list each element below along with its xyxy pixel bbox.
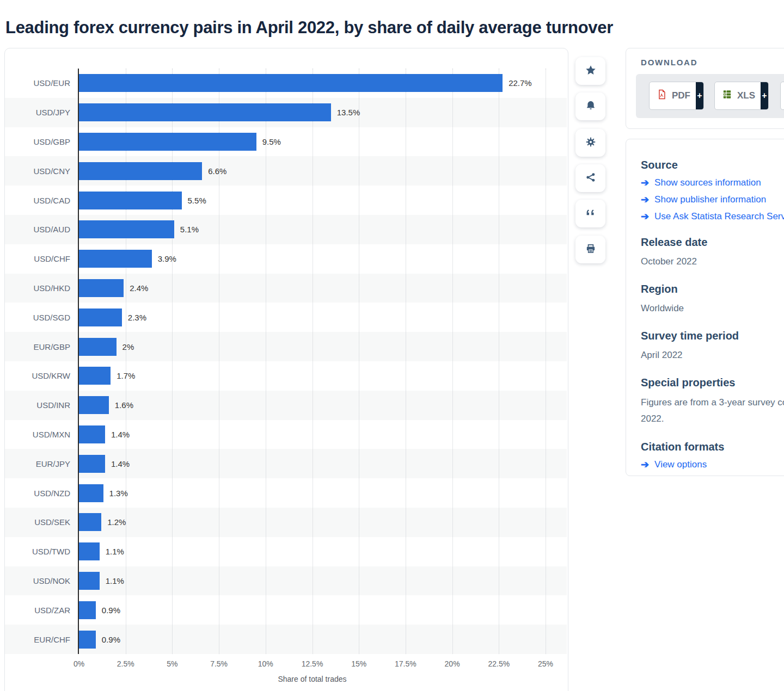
x-tick-label: 17.5% bbox=[395, 659, 416, 668]
settings-button[interactable] bbox=[575, 129, 605, 157]
category-label: USD/CAD bbox=[9, 186, 70, 215]
release-date-heading: Release date bbox=[641, 236, 784, 249]
bar-value-label: 22.7% bbox=[509, 69, 532, 98]
x-tick-label: 5% bbox=[167, 659, 177, 668]
bar-value-label: 1.3% bbox=[109, 478, 128, 508]
x-tick-label: 7.5% bbox=[210, 659, 228, 668]
bar[interactable] bbox=[79, 484, 103, 502]
show-publisher-link-label: Show publisher information bbox=[654, 194, 766, 205]
bar[interactable] bbox=[79, 425, 105, 443]
download-xls-label: XLS bbox=[737, 90, 755, 101]
show-sources-link[interactable]: ➔ Show sources information bbox=[641, 177, 784, 189]
special-properties-heading: Special properties bbox=[641, 377, 784, 389]
arrow-right-icon: ➔ bbox=[641, 211, 649, 223]
bar[interactable] bbox=[79, 601, 96, 619]
bar[interactable] bbox=[79, 162, 202, 180]
survey-time-period-value: April 2022 bbox=[641, 348, 784, 363]
ask-statista-link[interactable]: ➔ Use Ask Statista Research Service bbox=[641, 211, 784, 223]
bar[interactable] bbox=[79, 103, 331, 121]
gridline bbox=[359, 69, 359, 654]
category-label: USD/NZD bbox=[9, 478, 70, 508]
share-button[interactable] bbox=[575, 164, 605, 192]
x-tick-label: 12.5% bbox=[302, 659, 323, 668]
bar[interactable] bbox=[79, 396, 109, 414]
bar[interactable] bbox=[79, 250, 152, 268]
gridline bbox=[546, 69, 546, 654]
gridline bbox=[172, 69, 173, 654]
details-card: Source ➔ Show sources information ➔ Show… bbox=[626, 139, 784, 476]
bar[interactable] bbox=[79, 572, 100, 590]
category-label: USD/NOK bbox=[9, 566, 70, 596]
bar[interactable] bbox=[79, 279, 124, 297]
bar-value-label: 5.1% bbox=[180, 215, 199, 244]
page-title: Leading forex currency pairs in April 20… bbox=[5, 18, 784, 38]
bar[interactable] bbox=[79, 192, 182, 209]
gear-icon bbox=[585, 136, 597, 150]
bar[interactable] bbox=[79, 133, 256, 151]
category-label: EUR/GBP bbox=[9, 332, 70, 361]
alert-button[interactable] bbox=[575, 92, 605, 120]
bar-value-label: 5.5% bbox=[188, 186, 206, 215]
bar-value-label: 6.6% bbox=[208, 156, 226, 186]
download-card: DOWNLOAD PDF + bbox=[626, 48, 784, 129]
bar[interactable] bbox=[79, 542, 100, 560]
ask-statista-link-label: Use Ask Statista Research Service bbox=[654, 211, 784, 222]
bar-value-label: 1.6% bbox=[115, 391, 133, 420]
bar-value-label: 1.4% bbox=[111, 449, 130, 478]
download-heading: DOWNLOAD bbox=[641, 58, 697, 67]
arrow-right-icon: ➔ bbox=[641, 177, 649, 189]
view-options-link[interactable]: ➔ View options bbox=[641, 459, 784, 471]
bar-value-label: 2.4% bbox=[130, 274, 148, 303]
download-pdf-label: PDF bbox=[672, 90, 690, 101]
bar-value-label: 2.3% bbox=[128, 303, 146, 332]
quote-icon bbox=[585, 207, 597, 220]
show-sources-link-label: Show sources information bbox=[654, 177, 761, 188]
bar[interactable] bbox=[79, 220, 174, 238]
category-label: USD/AUD bbox=[9, 215, 70, 244]
bar-value-label: 0.9% bbox=[102, 625, 120, 654]
bar[interactable] bbox=[79, 309, 122, 326]
category-label: USD/HKD bbox=[9, 274, 70, 303]
bar-value-label: 1.4% bbox=[111, 420, 130, 449]
pdf-plus-segment[interactable]: + bbox=[696, 82, 703, 109]
print-button[interactable] bbox=[575, 236, 605, 263]
printer-icon bbox=[585, 243, 597, 256]
category-label: USD/INR bbox=[9, 391, 70, 420]
category-label: USD/GBP bbox=[9, 127, 70, 157]
bar-value-label: 1.1% bbox=[106, 537, 124, 566]
bar[interactable] bbox=[79, 513, 101, 531]
download-png-button[interactable]: PNG + bbox=[780, 82, 784, 110]
x-tick-label: 10% bbox=[258, 659, 273, 668]
citation-formats-heading: Citation formats bbox=[641, 441, 784, 453]
survey-time-period-heading: Survey time period bbox=[641, 330, 784, 342]
bar[interactable] bbox=[79, 631, 96, 649]
xls-plus-segment[interactable]: + bbox=[761, 82, 768, 109]
bar[interactable] bbox=[79, 74, 503, 92]
bar[interactable] bbox=[79, 455, 105, 473]
release-date-value: October 2022 bbox=[641, 254, 784, 269]
share-icon bbox=[585, 171, 597, 185]
bar-value-label: 1.1% bbox=[106, 566, 124, 596]
category-label: USD/KRW bbox=[9, 361, 70, 391]
bar-value-label: 9.5% bbox=[262, 127, 281, 157]
bar[interactable] bbox=[79, 338, 117, 356]
xls-file-icon bbox=[721, 89, 733, 103]
chart-card: USD/EUR22.7%USD/JPY13.5%USD/GBP9.5%USD/C… bbox=[4, 48, 568, 691]
bar[interactable] bbox=[79, 367, 111, 385]
category-label: USD/CNY bbox=[9, 156, 70, 186]
y-axis-line bbox=[78, 69, 79, 654]
special-properties-value: Figures are from a 3-year survey conduct… bbox=[641, 394, 784, 427]
category-label: USD/ZAR bbox=[9, 595, 70, 625]
download-pdf-button[interactable]: PDF + bbox=[649, 82, 704, 110]
category-label: USD/SEK bbox=[9, 508, 70, 537]
star-icon bbox=[585, 64, 597, 78]
show-publisher-link[interactable]: ➔ Show publisher information bbox=[641, 194, 784, 206]
gridline bbox=[266, 69, 266, 654]
category-label: EUR/CHF bbox=[9, 625, 70, 654]
download-xls-button[interactable]: XLS + bbox=[714, 82, 769, 110]
x-axis-title: Share of total trades bbox=[79, 675, 546, 683]
bar-value-label: 0.9% bbox=[102, 595, 120, 625]
favorite-button[interactable] bbox=[575, 57, 605, 85]
bar-value-label: 3.9% bbox=[158, 244, 176, 274]
cite-button[interactable] bbox=[575, 200, 605, 227]
